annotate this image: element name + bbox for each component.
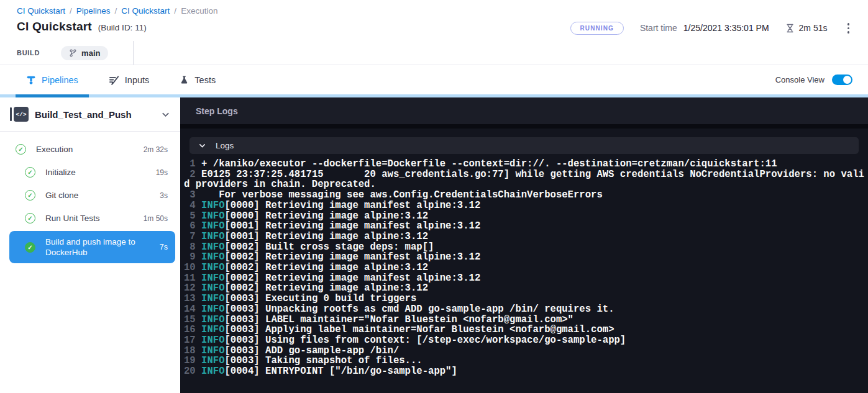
step-label: Execution: [36, 144, 73, 155]
log-line: 12 INFO[0002] Retrieving image alpine:3.…: [184, 283, 866, 294]
console-view-toggle[interactable]: [832, 75, 852, 85]
log-line: 6 INFO[0001] Retrieving image manifest a…: [184, 221, 866, 232]
step-execution[interactable]: ✓Execution2m 32s: [0, 138, 180, 161]
log-line: 13 INFO[0003] Executing 0 build triggers: [184, 294, 866, 304]
more-options-button[interactable]: [844, 20, 854, 36]
log-line: 15 INFO[0003] LABEL maintainer="Nofar Bl…: [184, 315, 866, 325]
step-initialize[interactable]: ✓Initialize19s: [0, 161, 180, 184]
log-line-number: 20: [184, 366, 201, 377]
log-line: 1 + /kaniko/executor --dockerfile=Docker…: [184, 159, 866, 169]
page-title: CI Quickstart: [17, 20, 92, 34]
stage-name: Build_Test_and_Push: [35, 109, 132, 120]
step-run-unit-tests[interactable]: ✓Run Unit Tests1m 50s: [0, 207, 180, 230]
breadcrumb-project[interactable]: CI Quickstart: [17, 6, 65, 16]
log-line: 14 INFO[0003] Unpacking rootfs as cmd AD…: [184, 304, 866, 315]
build-type-label: BUILD: [17, 49, 40, 56]
console-view-label: Console View: [775, 75, 825, 84]
log-line-number: 1: [184, 158, 201, 169]
breadcrumb-separator: /: [70, 6, 72, 16]
toggle-knob: [843, 76, 851, 84]
log-line: 3 For verbose messaging see aws.Config.C…: [184, 190, 866, 201]
stage-header[interactable]: </> Build_Test_and_Push: [0, 97, 180, 132]
logs-section-label: Logs: [216, 141, 234, 150]
log-line-number: 10: [184, 262, 201, 273]
step-logs-title: Step Logs: [196, 106, 238, 116]
breadcrumb-pipelines[interactable]: Pipelines: [76, 6, 111, 16]
step-duration: 1m 50s: [139, 214, 168, 223]
log-line-number: 3: [184, 189, 201, 201]
log-line-number: 7: [184, 231, 201, 242]
tab-tests[interactable]: Tests: [180, 75, 216, 85]
log-line-number: 18: [184, 345, 201, 356]
log-line: 10 INFO[0002] Retrieving image alpine:3.…: [184, 263, 866, 273]
build-id: (Build ID: 11): [98, 23, 147, 32]
step-logs-panel: Step Logs Logs 1 + /kaniko/executor --do…: [180, 97, 868, 393]
breadcrumb-pipeline-name[interactable]: CI Quickstart: [121, 6, 170, 16]
step-git-clone[interactable]: ✓Git clone3s: [0, 184, 180, 207]
step-duration: 2m 32s: [139, 145, 168, 154]
log-line-number: 14: [184, 304, 201, 315]
log-line: 17 INFO[0003] Using files from context: …: [184, 335, 866, 346]
tab-inputs[interactable]: Inputs: [109, 75, 150, 85]
tab-label: Tests: [194, 75, 216, 85]
header-divider: [133, 41, 134, 65]
branch-name: main: [81, 48, 100, 58]
panel-divider: [180, 124, 868, 129]
log-line-number: 17: [184, 335, 201, 346]
breadcrumb-separator: /: [115, 6, 117, 16]
step-label: Initialize: [45, 167, 76, 178]
log-line-number: 9: [184, 251, 201, 263]
chevron-down-icon: [198, 142, 206, 150]
logs-section-toggle[interactable]: Logs: [190, 137, 859, 154]
step-list: ✓Execution2m 32s✓Initialize19s✓Git clone…: [0, 132, 180, 264]
tab-pipelines[interactable]: Pipelines: [26, 75, 78, 85]
success-check-icon: ✓: [16, 144, 26, 155]
step-logs-header: Step Logs: [180, 97, 868, 124]
log-line: 16 INFO[0003] Applying label maintainer=…: [184, 325, 866, 335]
pipelines-icon: [26, 75, 36, 85]
git-branch-icon: [69, 49, 77, 57]
log-line: 2 E0125 23:37:25.481715 20 aws_credentia…: [184, 169, 866, 190]
log-line-number: 6: [184, 220, 201, 232]
breadcrumb-current: Execution: [181, 6, 217, 16]
log-line-number: 5: [184, 210, 201, 222]
hourglass-icon: [785, 24, 795, 33]
success-check-icon: ✓: [25, 242, 35, 253]
elapsed-time: 2m 51s: [799, 23, 828, 33]
log-line-number: 19: [184, 355, 201, 366]
log-body: Logs 1 + /kaniko/executor --dockerfile=D…: [180, 129, 868, 393]
status-badge: RUNNING: [570, 22, 624, 35]
log-lines: 1 + /kaniko/executor --dockerfile=Docker…: [180, 154, 868, 377]
step-duration: 19s: [151, 168, 168, 177]
breadcrumb-separator: /: [174, 6, 176, 16]
log-line-number: 16: [184, 324, 201, 335]
start-time-value: 1/25/2021 3:35:01 PM: [683, 23, 769, 33]
page-header: CI Quickstart / Pipelines / CI Quickstar…: [0, 0, 868, 65]
log-line-number: 2: [184, 169, 201, 180]
step-duration: 7s: [155, 243, 168, 251]
step-build-and-push-image-to-dockerhub[interactable]: ✓Build and push image to DockerHub7s: [9, 231, 175, 263]
app-window: CI Quickstart / Pipelines / CI Quickstar…: [0, 0, 868, 393]
log-line: 11 INFO[0002] Retrieving image manifest …: [184, 273, 866, 284]
log-line: 19 INFO[0003] Taking snapshot of files..…: [184, 356, 866, 366]
step-duration: 3s: [155, 191, 168, 200]
log-line-number: 12: [184, 282, 201, 294]
log-line: 20 INFO[0004] ENTRYPOINT ["/bin/go-sampl…: [184, 366, 866, 377]
log-line-number: 11: [184, 273, 201, 284]
log-line: 4 INFO[0000] Retrieving image manifest a…: [184, 201, 866, 211]
tests-icon: [180, 75, 189, 84]
log-line: 5 INFO[0000] Retrieving image alpine:3.1…: [184, 211, 866, 222]
chevron-down-icon[interactable]: [161, 110, 170, 119]
active-tab-underline: [16, 94, 89, 97]
success-check-icon: ✓: [25, 167, 35, 178]
tab-label: Inputs: [125, 75, 150, 85]
log-line: 8 INFO[0002] Built cross stage deps: map…: [184, 242, 866, 253]
log-line: 18 INFO[0003] ADD go-sample-app /bin/: [184, 346, 866, 356]
success-check-icon: ✓: [25, 190, 35, 201]
log-line: 9 INFO[0002] Retrieving image manifest a…: [184, 252, 866, 263]
log-line: 7 INFO[0001] Retrieving image alpine:3.1…: [184, 232, 866, 242]
start-time-label: Start time: [640, 23, 677, 33]
log-line-number: 15: [184, 314, 201, 325]
log-line-number: 13: [184, 293, 201, 304]
tab-bar: Pipelines Inputs Tests Console View: [0, 65, 868, 94]
